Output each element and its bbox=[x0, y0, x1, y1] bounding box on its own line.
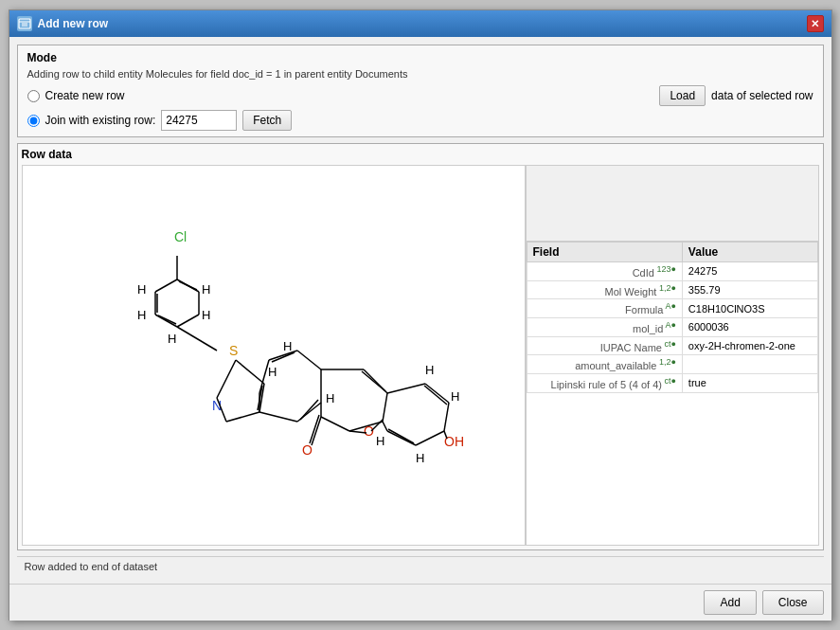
mode-options: Create new row Load data of selected row… bbox=[27, 85, 813, 131]
field-name-cell: mol_id A● bbox=[527, 317, 682, 336]
titlebar: Add new row ✕ bbox=[9, 10, 831, 37]
svg-line-11 bbox=[177, 315, 199, 327]
fields-panel: Field Value CdId 123●24275Mol Weight 1,2… bbox=[526, 165, 819, 546]
svg-line-13 bbox=[179, 281, 197, 290]
svg-line-27 bbox=[217, 360, 236, 398]
svg-line-22 bbox=[177, 327, 217, 351]
dialog-icon bbox=[17, 16, 32, 31]
field-value-cell bbox=[682, 355, 817, 374]
status-text: Row added to end of dataset bbox=[25, 561, 158, 572]
svg-text:H: H bbox=[202, 308, 210, 322]
mode-section: Mode Adding row to child entity Molecule… bbox=[17, 45, 824, 137]
svg-line-58 bbox=[387, 431, 416, 445]
field-value-cell: 24275 bbox=[682, 262, 817, 281]
svg-text:H: H bbox=[137, 308, 146, 322]
svg-text:S: S bbox=[229, 343, 238, 358]
svg-line-43 bbox=[383, 393, 387, 422]
svg-line-52 bbox=[312, 417, 321, 445]
footer-close-button[interactable]: Close bbox=[762, 590, 824, 615]
svg-line-6 bbox=[155, 279, 177, 292]
status-bar: Row added to end of dataset bbox=[17, 556, 824, 576]
svg-text:H: H bbox=[326, 391, 334, 405]
molecule-panel: Cl H H bbox=[22, 165, 526, 546]
fetch-button[interactable]: Fetch bbox=[242, 110, 292, 131]
add-new-row-dialog: Add new row ✕ Mode Adding row to child e… bbox=[9, 9, 832, 621]
svg-line-30 bbox=[259, 412, 297, 422]
field-name-cell: IUPAC Name ct● bbox=[527, 336, 682, 355]
load-row-controls: Load data of selected row bbox=[659, 85, 813, 106]
svg-text:Cl: Cl bbox=[174, 229, 187, 244]
svg-line-25 bbox=[226, 412, 259, 422]
create-row-option: Create new row Load data of selected row bbox=[27, 85, 813, 106]
field-name-cell: amount_available 1,2● bbox=[527, 355, 682, 374]
field-name-cell: CdId 123● bbox=[527, 262, 682, 281]
svg-text:H: H bbox=[451, 389, 459, 404]
svg-line-45 bbox=[321, 417, 349, 431]
load-button[interactable]: Load bbox=[659, 85, 706, 106]
svg-text:O: O bbox=[302, 442, 313, 458]
table-row: mol_id A●6000036 bbox=[527, 317, 817, 336]
fields-table: Field Value CdId 123●24275Mol Weight 1,2… bbox=[527, 242, 818, 545]
row-data-section: Row data Cl bbox=[17, 143, 824, 550]
svg-line-57 bbox=[416, 431, 444, 445]
svg-text:O: O bbox=[364, 423, 374, 439]
join-radio[interactable] bbox=[27, 115, 40, 127]
field-name-cell: Lipinski rule of 5 (4 of 4) ct● bbox=[527, 373, 682, 392]
svg-text:H: H bbox=[425, 363, 434, 377]
row-data-content: Cl H H bbox=[22, 165, 819, 546]
table-row: Formula A●C18H10ClNO3S bbox=[527, 299, 817, 318]
field-value-cell: 355.79 bbox=[682, 280, 817, 299]
table-row: Lipinski rule of 5 (4 of 4) ct●true bbox=[527, 373, 817, 392]
field-value-cell: true bbox=[682, 373, 817, 392]
field-name-cell: Formula A● bbox=[527, 299, 682, 318]
svg-line-61 bbox=[388, 429, 414, 443]
svg-text:H: H bbox=[416, 451, 424, 465]
table-row: Mol Weight 1,2●355.79 bbox=[527, 280, 817, 299]
svg-text:H: H bbox=[376, 434, 384, 448]
fields-top-area bbox=[527, 166, 818, 242]
svg-line-60 bbox=[424, 386, 447, 405]
svg-line-37 bbox=[272, 352, 295, 362]
svg-text:H: H bbox=[137, 282, 146, 297]
load-suffix: data of selected row bbox=[711, 89, 813, 102]
table-row: amount_available 1,2● bbox=[527, 355, 817, 374]
svg-line-50 bbox=[362, 371, 385, 391]
create-row-label[interactable]: Create new row bbox=[45, 89, 125, 102]
dialog-title: Add new row bbox=[38, 17, 109, 30]
mode-title: Mode bbox=[27, 51, 813, 64]
svg-text:OH: OH bbox=[444, 434, 464, 449]
svg-text:H: H bbox=[283, 339, 292, 353]
svg-text:H: H bbox=[202, 282, 210, 297]
svg-line-38 bbox=[300, 400, 318, 420]
join-row-label[interactable]: Join with existing row: bbox=[45, 114, 156, 127]
table-row: CdId 123●24275 bbox=[527, 262, 817, 281]
field-value-cell: oxy-2H-chromen-2-one bbox=[682, 336, 817, 355]
join-row-option: Join with existing row: Fetch bbox=[27, 110, 813, 131]
svg-line-14 bbox=[158, 315, 176, 324]
value-column-header: Value bbox=[682, 243, 817, 262]
dialog-footer: Add Close bbox=[9, 584, 831, 621]
add-button[interactable]: Add bbox=[704, 590, 756, 615]
table-row: IUPAC Name ct●oxy-2H-chromen-2-one bbox=[527, 336, 817, 355]
svg-text:H: H bbox=[268, 365, 277, 379]
create-radio[interactable] bbox=[27, 90, 40, 102]
field-column-header: Field bbox=[527, 243, 682, 262]
titlebar-left: Add new row bbox=[17, 16, 109, 31]
join-input[interactable] bbox=[161, 110, 237, 131]
close-icon[interactable]: ✕ bbox=[807, 15, 824, 32]
svg-line-54 bbox=[387, 384, 425, 393]
mode-description: Adding row to child entity Molecules for… bbox=[27, 68, 813, 80]
svg-line-59 bbox=[383, 422, 387, 431]
svg-line-56 bbox=[444, 403, 449, 431]
svg-line-33 bbox=[297, 351, 321, 369]
svg-line-55 bbox=[425, 384, 449, 403]
svg-line-53 bbox=[310, 415, 319, 443]
field-value-cell: 6000036 bbox=[682, 317, 817, 336]
molecule-structure: Cl H H bbox=[27, 166, 520, 545]
field-name-cell: Mol Weight 1,2● bbox=[527, 280, 682, 299]
svg-line-23 bbox=[236, 360, 264, 384]
row-data-title: Row data bbox=[22, 148, 819, 161]
field-value-cell: C18H10ClNO3S bbox=[682, 299, 817, 318]
dialog-content: Mode Adding row to child entity Molecule… bbox=[9, 37, 831, 584]
svg-text:H: H bbox=[168, 332, 176, 346]
